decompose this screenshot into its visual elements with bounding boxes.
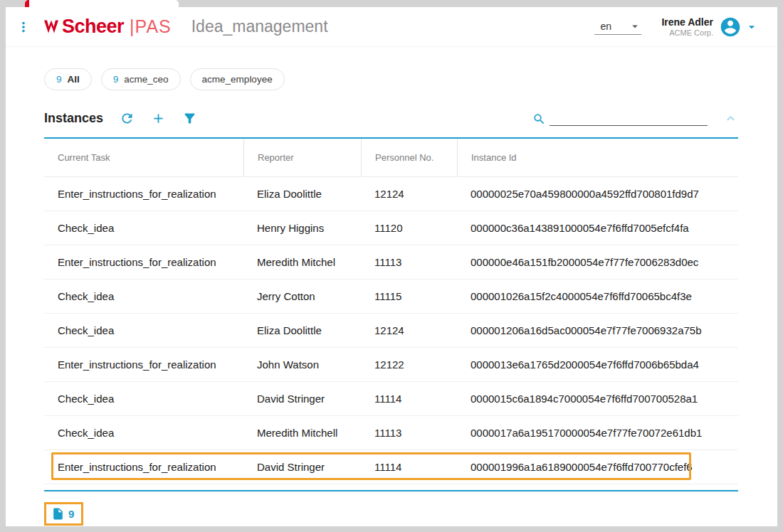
chip-acme-employee[interactable]: acme_employee [190, 68, 285, 90]
brand-separator: | [130, 16, 135, 37]
cell-instance-id: 0000017a6a195170000054e7f77fe70072e61db1 [457, 427, 738, 439]
language-value: en [600, 21, 611, 32]
cell-instance-id: 000001206a16d5ac000054e7f77fe7006932a75b [457, 324, 738, 336]
instances-table: Current Task Reporter Personnel No. Inst… [44, 137, 738, 491]
cell-current-task: Check_idea [44, 427, 243, 439]
table-row[interactable]: Check_idea David Stringer 11114 0000015c… [44, 382, 738, 416]
chevron-up-icon [723, 111, 738, 126]
cell-instance-id: 0000013e6a1765d2000054e7f6ffd7006b65bda4 [457, 358, 738, 371]
instances-toolbar: Instances [44, 110, 738, 126]
user-name: Irene Adler [661, 16, 713, 28]
user-menu-chevron-down-icon[interactable] [745, 20, 759, 34]
cell-current-task: Enter_instructions_for_realization [44, 358, 243, 371]
browser-tab [25, 0, 179, 7]
table-row[interactable]: Check_idea Jerry Cotton 11115 000001026a… [44, 280, 738, 314]
cell-instance-id: 000000e46a151fb2000054e7f77fe7006283d0ec [457, 256, 738, 268]
chip-acme-ceo-label: acme_ceo [124, 74, 168, 85]
cell-personnel-no: 12122 [361, 358, 457, 371]
cell-instance-id: 00000025e70a459800000a4592ffd700801fd9d7 [457, 188, 738, 200]
cell-current-task: Check_idea [44, 393, 243, 405]
table-row[interactable]: Check_idea Eliza Doolittle 12124 0000012… [44, 314, 738, 348]
cell-instance-id: 000000c36a143891000054e7f6ffd7005efcf4fa [457, 222, 738, 234]
app-window: Scheer | PAS Idea_management en Irene Ad… [6, 7, 777, 526]
scheer-pas-logo: Scheer | PAS [43, 16, 172, 38]
cell-current-task: Check_idea [44, 290, 243, 302]
chip-all-count: 9 [56, 74, 62, 85]
add-instance-button[interactable] [151, 111, 166, 126]
chip-acme-ceo[interactable]: 9 acme_ceo [101, 68, 181, 90]
app-header: Scheer | PAS Idea_management en Irene Ad… [6, 7, 777, 47]
cell-personnel-no: 11114 [361, 461, 457, 473]
page-title: Idea_management [191, 17, 328, 36]
cell-current-task: Check_idea [44, 324, 243, 336]
scheer-logo-mark-icon [43, 19, 60, 34]
chip-acme-ceo-count: 9 [113, 74, 119, 85]
cell-personnel-no: 11113 [361, 256, 457, 268]
cell-reporter: David Stringer [243, 461, 361, 473]
instance-count: 9 [68, 508, 74, 520]
chevron-down-icon [629, 20, 641, 33]
search-icon[interactable] [532, 112, 546, 126]
cell-instance-id: 000001996a1a6189000054e7f6ffd700770cfef6 [457, 461, 738, 473]
chip-acme-employee-label: acme_employee [202, 74, 273, 85]
cell-reporter: Meredith Mitchell [243, 427, 361, 439]
filter-chips: 9 All 9 acme_ceo acme_employee [44, 68, 738, 90]
cell-reporter: Jerry Cotton [243, 290, 361, 302]
refresh-icon [120, 111, 135, 126]
column-header-reporter[interactable]: Reporter [243, 139, 361, 176]
cell-instance-id: 0000015c6a1894c7000054e7f6ffd700700528a1 [457, 393, 738, 405]
user-info: Irene Adler ACME Corp. [661, 16, 713, 38]
table-row[interactable]: Enter_instructions_for_realization John … [44, 348, 738, 382]
cell-instance-id: 000001026a15f2c4000054e7f6ffd70065bc4f3e [457, 290, 738, 302]
tab-accent-mark [25, 0, 29, 7]
chip-all[interactable]: 9 All [44, 68, 92, 90]
account-avatar-icon[interactable] [719, 16, 742, 38]
cell-personnel-no: 12124 [361, 324, 457, 336]
chip-all-label: All [68, 74, 80, 85]
collapse-panel-button[interactable] [723, 111, 738, 126]
cell-current-task: Enter_instructions_for_realization [44, 256, 243, 268]
instance-count-box: 9 [44, 502, 83, 526]
cell-reporter: David Stringer [243, 393, 361, 405]
cell-current-task: Check_idea [44, 222, 243, 234]
cell-personnel-no: 11115 [361, 290, 457, 302]
cell-personnel-no: 11113 [361, 427, 457, 439]
funnel-icon [182, 111, 197, 126]
user-menu: Irene Adler ACME Corp. [661, 16, 759, 38]
brand-name: Scheer [62, 16, 124, 38]
table-bottom-divider [44, 490, 738, 491]
cell-personnel-no: 12124 [361, 188, 457, 200]
cell-reporter: John Watson [243, 358, 361, 371]
search-area [532, 110, 708, 126]
table-footer: 9 [44, 502, 738, 526]
cell-current-task: Enter_instructions_for_realization [44, 461, 243, 473]
table-row[interactable]: Check_idea Henry Higgins 11120 000000c36… [44, 211, 738, 245]
cell-personnel-no: 11120 [361, 222, 457, 234]
cell-reporter: Meredith Mitchel [243, 256, 361, 268]
cell-current-task: Enter_instructions_for_realization [44, 188, 243, 200]
filter-button[interactable] [182, 111, 197, 126]
table-header-row: Current Task Reporter Personnel No. Inst… [44, 139, 738, 177]
refresh-button[interactable] [120, 111, 135, 126]
header-right: en Irene Adler ACME Corp. [594, 16, 759, 38]
table-row[interactable]: Check_idea Meredith Mitchell 11113 00000… [44, 416, 738, 450]
user-organization: ACME Corp. [661, 28, 713, 38]
column-header-instance-id[interactable]: Instance Id [457, 139, 738, 176]
kebab-menu-icon[interactable] [16, 19, 31, 35]
cell-reporter: Eliza Doolittle [243, 188, 361, 200]
language-select[interactable]: en [594, 18, 641, 35]
table-row[interactable]: Enter_instructions_for_realization Eliza… [44, 177, 738, 211]
plus-icon [151, 111, 166, 126]
brand-suffix: PAS [135, 16, 172, 37]
cell-personnel-no: 11114 [361, 393, 457, 405]
search-input[interactable] [550, 110, 708, 126]
cell-reporter: Eliza Doolittle [243, 324, 361, 336]
section-title: Instances [44, 111, 103, 126]
column-header-current-task[interactable]: Current Task [44, 139, 243, 176]
column-header-personnel-no[interactable]: Personnel No. [361, 139, 457, 176]
cell-reporter: Henry Higgins [243, 222, 361, 234]
table-row[interactable]: Enter_instructions_for_realization Mered… [44, 245, 738, 280]
document-icon [51, 507, 65, 521]
table-row-highlighted[interactable]: Enter_instructions_for_realization David… [44, 450, 738, 484]
